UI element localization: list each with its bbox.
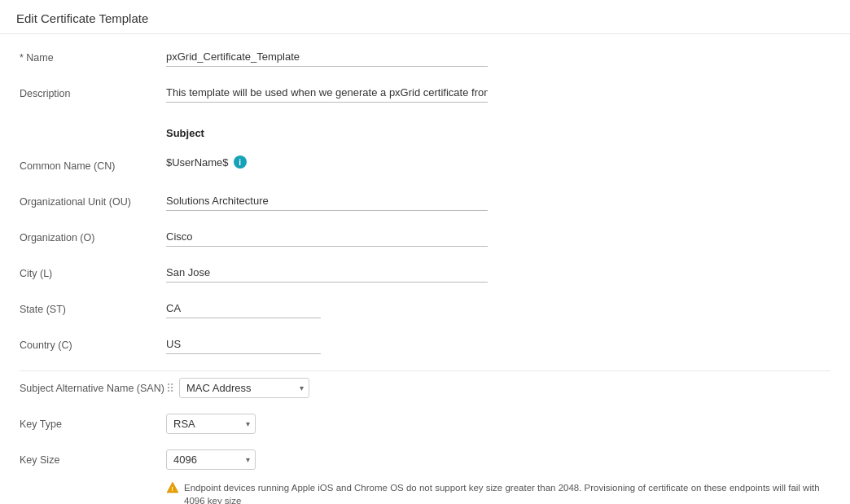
org-unit-input[interactable] <box>166 191 488 211</box>
san-select[interactable]: MAC Address IP Address DNS Name Email <box>179 378 309 398</box>
warning-text: Endpoint devices running Apple iOS and C… <box>184 481 830 504</box>
san-label: Subject Alternative Name (SAN) <box>20 378 166 394</box>
org-unit-label: Organizational Unit (OU) <box>20 191 166 208</box>
key-size-label: Key Size <box>20 449 166 466</box>
subject-spacer <box>20 119 166 124</box>
info-icon[interactable]: i <box>234 156 247 169</box>
city-label: City (L) <box>20 263 166 279</box>
name-label: * Name <box>20 47 166 64</box>
key-size-warning: ! Endpoint devices running Apple iOS and… <box>166 478 830 504</box>
subject-divider <box>20 370 830 371</box>
key-size-select[interactable]: 1024 2048 4096 <box>166 449 256 470</box>
key-size-select-wrapper: 1024 2048 4096 ▾ <box>166 449 256 470</box>
subject-heading: Subject <box>166 119 655 144</box>
country-input[interactable] <box>166 335 321 354</box>
san-select-wrapper: MAC Address IP Address DNS Name Email ▾ <box>179 378 309 398</box>
country-label: Country (C) <box>20 335 166 351</box>
svg-text:!: ! <box>171 485 173 493</box>
state-label: State (ST) <box>20 299 166 315</box>
warning-icon: ! <box>166 481 179 494</box>
org-input[interactable] <box>166 227 488 247</box>
name-input[interactable] <box>166 47 488 67</box>
page-title: Edit Certificate Template <box>0 0 850 34</box>
key-type-select-wrapper: RSA ECDSA ▾ <box>166 414 256 434</box>
description-input[interactable] <box>166 83 488 103</box>
common-name-label: Common Name (CN) <box>20 156 166 172</box>
city-input[interactable] <box>166 263 488 283</box>
key-type-label: Key Type <box>20 414 166 430</box>
description-label: Description <box>20 83 166 99</box>
org-label: Organization (O) <box>20 227 166 243</box>
state-input[interactable] <box>166 299 321 318</box>
drag-handle-icon[interactable]: ⠿ <box>166 382 173 395</box>
key-type-select[interactable]: RSA ECDSA <box>166 414 256 434</box>
common-name-value: $UserName$ <box>166 156 229 169</box>
